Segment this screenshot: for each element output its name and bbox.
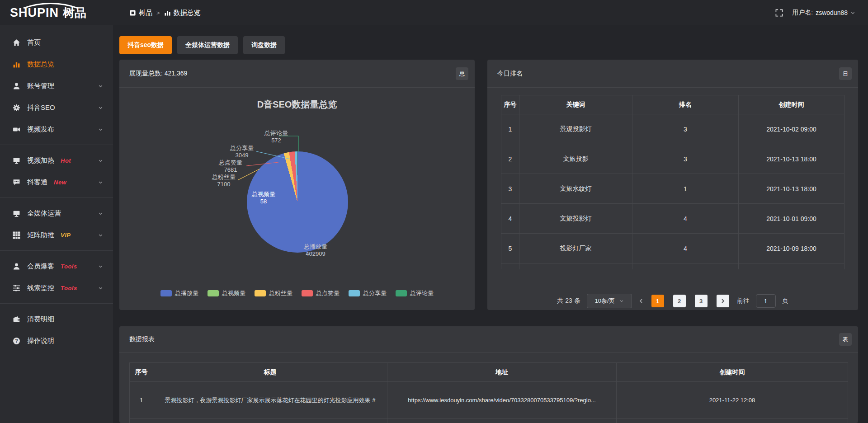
pagination: 共 23 条 10条/页 1 2 3 前往 1 页 [487, 294, 858, 308]
sidebar-item-lead-monitor[interactable]: 线索监控 Tools [0, 277, 113, 299]
legend-swatch [208, 290, 219, 296]
username-value: zswodun88 [816, 9, 848, 16]
fullscreen-icon[interactable] [775, 9, 783, 17]
sidebar-item-douyin-seo[interactable]: 抖音SEO [0, 97, 113, 118]
bar-chart-icon [12, 60, 21, 69]
pie-label-comments: 总评论量 572 [251, 130, 301, 144]
pie-label-shares: 总分享量 3049 [217, 145, 267, 159]
report-title: 数据报表 [129, 335, 155, 343]
chevron-down-icon [850, 10, 855, 15]
legend-item-plays[interactable]: 总播放量 [160, 289, 198, 297]
table-header-row: 序号 标题 地址 创建时间 [130, 363, 848, 382]
tab-douyin-seo-data[interactable]: 抖音seo数据 [119, 36, 172, 54]
page-size-select[interactable]: 10条/页 [587, 294, 632, 308]
legend-swatch [396, 290, 407, 296]
chevron-down-icon [98, 264, 103, 269]
home-icon [12, 38, 21, 47]
pie-label-fans: 总粉丝量 7100 [199, 174, 249, 188]
pie-label-likes: 总点赞量 7681 [206, 159, 255, 174]
goto-page-input[interactable]: 1 [756, 294, 776, 308]
member-icon [12, 262, 21, 271]
table-row: 4文旅投影灯42021-10-01 09:00 [501, 204, 844, 234]
sidebar-item-video-heat[interactable]: 视频加热 Hot [0, 150, 113, 171]
chevron-down-icon [98, 211, 103, 216]
sidebar-item-home[interactable]: 首页 [0, 32, 113, 53]
sidebar-item-data-overview[interactable]: 数据总览 [0, 53, 113, 75]
app-logo: SHUPIN 树品 [0, 0, 113, 25]
legend-swatch [255, 290, 266, 296]
table-row-partial [130, 419, 848, 423]
legend-swatch [160, 290, 172, 296]
legend-swatch [302, 290, 313, 296]
top-bar: SHUPIN 树品 树品 > 数据总览 用户名: zswodun88 [0, 0, 868, 25]
sidebar-item-instructions[interactable]: ? 操作说明 [0, 330, 113, 352]
data-tabs: 抖音seo数据 全媒体运营数据 询盘数据 [119, 36, 858, 54]
tab-inquiry-data[interactable]: 询盘数据 [243, 36, 285, 54]
data-report-panel: 数据报表 表 序号 标题 地址 创建时间 1 景观投影灯，夜游景观投影灯厂家展示… [119, 326, 858, 423]
tools-badge: Tools [61, 263, 77, 270]
new-badge: New [54, 179, 66, 186]
page-button-2[interactable]: 2 [673, 295, 686, 307]
pie-label-plays: 总播放量 402909 [291, 243, 340, 258]
chat-icon [12, 178, 21, 187]
next-page-button[interactable] [717, 295, 729, 307]
tab-media-ops-data[interactable]: 全媒体运营数据 [177, 36, 238, 54]
prev-page-button[interactable] [638, 298, 644, 304]
table-header-row: 序号 关键词 排名 创建时间 [501, 95, 844, 114]
sidebar-item-expense-detail[interactable]: 消费明细 [0, 308, 113, 330]
sidebar-divider [0, 250, 113, 251]
total-count-label: 共 23 条 [557, 297, 580, 305]
username-label: 用户名: [792, 9, 813, 17]
today-ranking-panel: 今日排名 日 序号 关键词 排名 创建时间 1景观投影灯32021-10-0 [487, 60, 858, 310]
video-url-link[interactable]: https://www.iesdouyin.com/share/video/70… [387, 382, 617, 419]
wallet-icon [12, 315, 21, 324]
impressions-total-label: 展现量总数: 421,369 [129, 70, 187, 78]
sidebar-divider [0, 303, 113, 304]
ranking-table: 序号 关键词 排名 创建时间 1景观投影灯32021-10-02 09:00 2… [501, 95, 844, 269]
chart-panel-header: 展现量总数: 421,369 [119, 60, 475, 88]
table-row: 1 景观投影灯，夜游景观投影灯厂家展示展示落花灯在花园里的灯光投影应用效果 # … [130, 382, 848, 419]
chevron-down-icon [98, 180, 103, 185]
sidebar-divider [0, 145, 113, 145]
breadcrumb-current[interactable]: 数据总览 [164, 9, 201, 17]
vip-badge: VIP [61, 232, 71, 239]
pie-chart-area: D音SEO数据量总览 总评论量 572 总分享量 3049 [119, 88, 475, 310]
legend-item-fans[interactable]: 总粉丝量 [255, 289, 292, 297]
video-title-cell: 景观投影灯，夜游景观投影灯厂家展示展示落花灯在花园里的灯光投影应用效果 # [153, 382, 387, 419]
legend-item-videos[interactable]: 总视频量 [208, 289, 245, 297]
sidebar-item-media-ops[interactable]: 全媒体运营 [0, 202, 113, 224]
sliders-icon [12, 284, 21, 292]
sidebar: 首页 数据总览 账号管理 抖音SEO 视频发布 视频加热 Hot [0, 25, 113, 423]
chevron-down-icon [98, 286, 103, 291]
chevron-down-icon [98, 84, 103, 89]
sidebar-item-douketong[interactable]: 抖客通 New [0, 171, 113, 193]
user-icon [12, 82, 21, 90]
page-button-3[interactable]: 3 [695, 295, 708, 307]
page-button-1[interactable]: 1 [651, 295, 664, 307]
legend-item-shares[interactable]: 总分享量 [349, 289, 387, 297]
ranking-title: 今日排名 [497, 70, 523, 78]
app-square-icon [129, 9, 136, 16]
table-row-partial [501, 263, 844, 270]
sidebar-item-member-burst[interactable]: 会员爆客 Tools [0, 255, 113, 277]
legend-swatch [349, 290, 360, 296]
total-view-button[interactable]: 总 [456, 67, 468, 80]
table-row: 5投影灯厂家42021-10-09 18:00 [501, 234, 844, 263]
table-row: 1景观投影灯32021-10-02 09:00 [501, 114, 844, 144]
sidebar-item-account[interactable]: 账号管理 [0, 75, 113, 97]
user-menu[interactable]: 用户名: zswodun88 [792, 9, 855, 17]
sidebar-item-matrix-boost[interactable]: 矩阵助推 VIP [0, 224, 113, 246]
chevron-down-icon [98, 127, 103, 132]
video-icon [12, 125, 21, 134]
report-table: 序号 标题 地址 创建时间 1 景观投影灯，夜游景观投影灯厂家展示展示落花灯在花… [129, 362, 848, 423]
hot-badge: Hot [61, 157, 71, 164]
bar-chart-icon [164, 9, 171, 16]
legend-item-comments[interactable]: 总评论量 [396, 289, 434, 297]
sidebar-item-video-publish[interactable]: 视频发布 [0, 118, 113, 140]
legend-item-likes[interactable]: 总点赞量 [302, 289, 340, 297]
main-content: 抖音seo数据 全媒体运营数据 询盘数据 展现量总数: 421,369 总 D音… [113, 25, 868, 423]
day-view-button[interactable]: 日 [839, 67, 852, 80]
topbar-right: 用户名: zswodun88 [775, 9, 868, 17]
breadcrumb-root[interactable]: 树品 [129, 9, 152, 17]
table-view-button[interactable]: 表 [839, 333, 852, 346]
